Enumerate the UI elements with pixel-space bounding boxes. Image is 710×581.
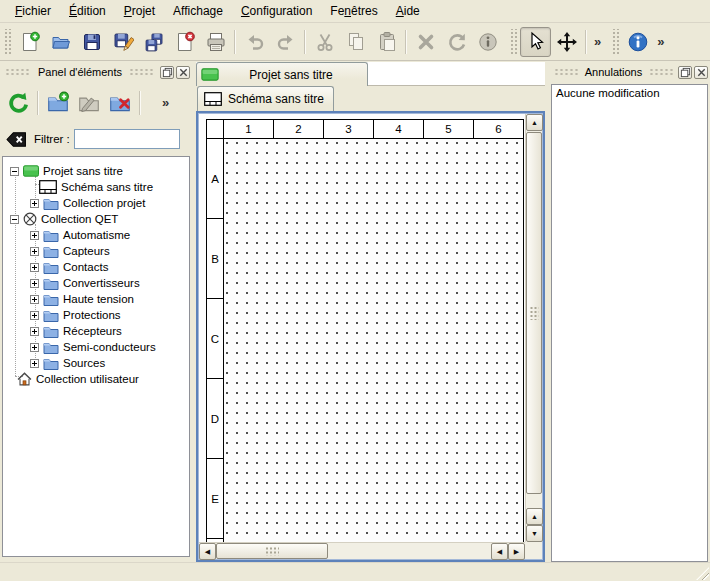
horizontal-scrollbar[interactable]: ◀ ◀ ▶ [199, 542, 525, 559]
expand-icon[interactable] [30, 263, 39, 272]
folder-icon [43, 197, 59, 210]
vertical-scrollbar[interactable]: ▲ ▲ ▼ [525, 114, 542, 542]
dock-handle[interactable] [649, 68, 673, 76]
toolbar-handle[interactable] [3, 29, 11, 55]
tree-item-recepteurs[interactable]: Récepteurs [3, 323, 189, 339]
paste-icon [376, 31, 398, 53]
menu-projet[interactable]: Projet [115, 1, 164, 21]
project-tabbar: Projet sans titre [196, 62, 545, 86]
float-panel-button[interactable] [160, 66, 174, 79]
print-button[interactable] [200, 27, 231, 57]
menu-fenetres[interactable]: Fenêtres [321, 1, 386, 21]
tree-item-schema[interactable]: Schéma sans titre [3, 179, 189, 195]
edit-category-button[interactable] [73, 87, 104, 119]
vertical-scrollbar-thumb[interactable] [526, 132, 542, 494]
undo-history-list[interactable]: Aucune modification [551, 84, 708, 562]
expand-icon[interactable] [30, 343, 39, 352]
panel-toolbar-overflow-button[interactable]: » [158, 90, 173, 116]
menu-aide[interactable]: Aide [387, 1, 429, 21]
toolbar-overflow-button[interactable]: » [590, 29, 605, 55]
scroll-down-button[interactable]: ▼ [526, 525, 543, 542]
tab-project[interactable]: Projet sans titre [196, 62, 368, 86]
schema-icon [39, 180, 57, 194]
collapse-icon[interactable] [10, 167, 19, 176]
move-tool-button[interactable] [551, 27, 582, 57]
dock-handle[interactable] [554, 68, 578, 76]
vertical-scrollbar-track[interactable] [526, 131, 542, 508]
scroll-up-button[interactable]: ▲ [526, 508, 543, 525]
dock-handle[interactable] [5, 68, 31, 76]
column-header: 6 [474, 119, 524, 139]
tree-item-sources[interactable]: Sources [3, 355, 189, 371]
undo-button[interactable] [239, 27, 270, 57]
menu-affichage[interactable]: Affichage [164, 1, 232, 21]
filter-input[interactable] [74, 129, 180, 149]
horizontal-scrollbar-thumb[interactable] [216, 543, 328, 559]
open-button[interactable] [45, 27, 76, 57]
resize-grip-icon[interactable] [696, 567, 709, 580]
elements-panel-toolbar: » [0, 84, 192, 122]
expand-icon[interactable] [30, 327, 39, 336]
rotate-button[interactable] [441, 27, 472, 57]
scroll-right-button[interactable]: ▶ [508, 543, 525, 560]
tree-item-project[interactable]: Projet sans titre [3, 163, 189, 179]
tree-item-collection-projet[interactable]: Collection projet [3, 195, 189, 211]
tree-item-protections[interactable]: Protections [3, 307, 189, 323]
tree-item-haute-tension[interactable]: Haute tension [3, 291, 189, 307]
expand-icon[interactable] [30, 359, 39, 368]
expand-icon[interactable] [30, 247, 39, 256]
save-as-button[interactable] [107, 27, 138, 57]
redo-button[interactable] [270, 27, 301, 57]
cut-button[interactable] [309, 27, 340, 57]
toolbar-handle[interactable] [509, 29, 517, 55]
clear-filter-button[interactable] [6, 131, 27, 148]
toolbar-overflow-button[interactable]: » [653, 29, 668, 55]
tree-item-contacts[interactable]: Contacts [3, 259, 189, 275]
horizontal-scrollbar-track[interactable] [216, 543, 491, 559]
tab-schema[interactable]: Schéma sans titre [197, 86, 334, 111]
undo-panel-titlebar[interactable]: Annulations [549, 62, 710, 82]
elements-panel-titlebar[interactable]: Panel d'éléments [0, 62, 192, 82]
scroll-left-button[interactable]: ◀ [199, 543, 216, 560]
new-document-button[interactable] [14, 27, 45, 57]
expand-icon[interactable] [30, 279, 39, 288]
info-button[interactable] [472, 27, 503, 57]
scrollbar-corner [525, 542, 542, 559]
scroll-left-button[interactable]: ◀ [491, 543, 508, 560]
schema-viewport[interactable]: 1 2 3 4 5 6 A B C D E [199, 114, 525, 542]
delete-category-button[interactable] [104, 87, 135, 119]
tree-item-convertisseurs[interactable]: Convertisseurs [3, 275, 189, 291]
reload-collections-button[interactable] [3, 87, 34, 119]
delete-button[interactable] [410, 27, 441, 57]
expand-icon[interactable] [30, 295, 39, 304]
tree-item-automatisme[interactable]: Automatisme [3, 227, 189, 243]
scroll-up-button[interactable]: ▲ [526, 114, 543, 131]
save-button[interactable] [76, 27, 107, 57]
copy-button[interactable] [340, 27, 371, 57]
collapse-icon[interactable] [10, 215, 19, 224]
tree-item-collection-qet[interactable]: Collection QET [3, 211, 189, 227]
expand-icon[interactable] [30, 311, 39, 320]
toolbar-handle[interactable] [611, 29, 619, 55]
close-panel-button[interactable] [694, 66, 708, 79]
schema-view[interactable]: 1 2 3 4 5 6 A B C D E [196, 111, 545, 562]
tree-item-collection-utilisateur[interactable]: Collection utilisateur [3, 371, 189, 387]
select-tool-button[interactable] [520, 27, 551, 57]
save-all-button[interactable] [138, 27, 169, 57]
tree-item-semi-conducteurs[interactable]: Semi-conducteurs [3, 339, 189, 355]
undo-history-item[interactable]: Aucune modification [552, 85, 707, 101]
expand-icon[interactable] [30, 231, 39, 240]
tree-item-capteurs[interactable]: Capteurs [3, 243, 189, 259]
expand-icon[interactable] [30, 199, 39, 208]
menu-edition[interactable]: Édition [60, 1, 115, 21]
close-panel-button[interactable] [176, 66, 190, 79]
menu-configuration[interactable]: Configuration [232, 1, 321, 21]
new-category-button[interactable] [42, 87, 73, 119]
float-panel-button[interactable] [678, 66, 692, 79]
menu-fichier[interactable]: Fichier [6, 1, 60, 21]
dock-handle[interactable] [129, 68, 155, 76]
close-file-button[interactable] [169, 27, 200, 57]
save-all-icon [143, 31, 165, 53]
about-button[interactable] [622, 27, 653, 57]
paste-button[interactable] [371, 27, 402, 57]
